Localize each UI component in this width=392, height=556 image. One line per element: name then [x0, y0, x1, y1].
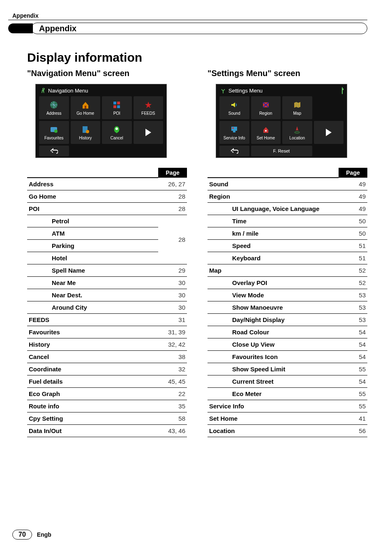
nav-heading-screen: screen — [101, 69, 129, 78]
table-cell-label: UI Language, Voice Language — [208, 203, 339, 215]
set-row3: F. Reset — [219, 146, 344, 156]
nav-row3 — [39, 146, 163, 156]
table-row: Set Home41 — [208, 412, 367, 425]
table-cell-label: Parking — [27, 240, 158, 252]
nav-label-history: History — [79, 136, 92, 140]
table-row: POI28 — [27, 203, 187, 215]
table-row: Petrol28 — [27, 215, 187, 227]
set-cell-sethome: Set Home — [251, 121, 281, 144]
table-row: Keyboard51 — [208, 252, 367, 264]
set-label-sound: Sound — [228, 111, 240, 116]
table-header-row: Page — [27, 168, 187, 178]
table-row: Close Up View54 — [208, 338, 367, 351]
table-cell-label: Favourites Icon — [208, 351, 339, 363]
page-number: 70 — [12, 530, 32, 540]
chapter-title: Appendix — [39, 24, 76, 33]
settings-title-bar: Settings Menu — [219, 87, 344, 96]
back-arrow-icon — [50, 148, 58, 154]
nav-index-table: Page Address26, 27Go Home28POI28Petrol28… — [27, 168, 187, 437]
nav-cell-feeds: FEEDS — [134, 96, 164, 119]
table-row: Favourites31, 39 — [27, 326, 187, 338]
table-row: Eco Graph22 — [27, 388, 187, 400]
set-cell-serviceinfo: Service Info — [219, 121, 249, 144]
table-row: Time50 — [208, 215, 367, 227]
nav-label-address: Address — [46, 111, 62, 116]
table-cell-label: FEEDS — [27, 314, 158, 326]
svg-rect-3 — [117, 102, 120, 104]
table-cell-label: Route info — [27, 400, 158, 412]
section-title: Display information — [27, 51, 367, 65]
settings-title-left: Settings Menu — [220, 88, 263, 94]
table-row: Service Info55 — [208, 400, 367, 412]
table-cell-page: 54 — [339, 375, 367, 388]
favourites-icon — [49, 125, 58, 134]
table-cell-page: 56 — [339, 425, 367, 437]
settings-index-table: Page Sound49Region49UI Language, Voice L… — [208, 168, 367, 437]
table-cell-page: 50 — [339, 215, 367, 227]
table-cell-page: 31, 39 — [158, 326, 187, 338]
table-row: Go Home28 — [27, 190, 187, 203]
set-label-location: Location — [289, 136, 305, 140]
table-cell-label: Show Speed Limit — [208, 363, 339, 375]
set-back-button — [219, 146, 249, 156]
table-cell-page: 52 — [339, 277, 367, 289]
table-cell-page: 53 — [339, 314, 367, 326]
svg-rect-13 — [232, 127, 234, 129]
table-row: Map52 — [208, 264, 367, 277]
set-cell-map: Map — [282, 96, 312, 119]
page-footer: 70 Engb — [12, 530, 51, 540]
table-row: Near Dest.30 — [27, 289, 187, 301]
set-row3-spacer — [314, 146, 344, 156]
table-row: UI Language, Voice Language49 — [208, 203, 367, 215]
table-header-page: Page — [158, 168, 187, 178]
table-row: Fuel details45, 45 — [27, 375, 187, 388]
location-icon — [293, 125, 302, 134]
globe-icon — [49, 100, 58, 109]
svg-point-9 — [86, 130, 89, 133]
set-label-region: Region — [259, 111, 272, 116]
table-header-page: Page — [339, 168, 367, 178]
set-row2: Service Info Set Home Location — [219, 121, 344, 144]
nav-label-gohome: Go Home — [76, 111, 94, 116]
page-lang: Engb — [37, 531, 51, 538]
svg-rect-12 — [233, 131, 235, 132]
table-cell-page: 55 — [339, 388, 367, 400]
svg-point-7 — [54, 130, 58, 133]
set-cell-region: Region — [251, 96, 281, 119]
table-row: Near Me30 — [27, 277, 187, 289]
table-row: Sound49 — [208, 178, 367, 190]
table-cell-page: 31 — [158, 314, 187, 326]
table-cell-page: 26, 27 — [158, 178, 187, 190]
set-cell-next — [314, 121, 344, 144]
table-cell-page: 41 — [339, 412, 367, 425]
table-cell-page: 53 — [339, 289, 367, 301]
table-cell-page: 28 — [158, 190, 187, 203]
table-cell-page: 32, 42 — [158, 338, 187, 351]
nav-label-feeds: FEEDS — [141, 111, 155, 116]
svg-point-14 — [265, 130, 267, 132]
svg-rect-1 — [85, 106, 86, 109]
nav-cell-cancel: Cancel — [102, 121, 132, 144]
svg-rect-5 — [117, 105, 120, 108]
table-cell-label: POI — [27, 203, 158, 215]
set-label-map: Map — [293, 111, 301, 116]
table-cell-page: 58 — [158, 412, 187, 425]
table-cell-label: Hotel — [27, 252, 158, 264]
table-cell-page: 28 — [158, 203, 187, 215]
set-home-icon — [261, 125, 270, 134]
poi-icon — [112, 100, 121, 109]
table-cell-label: Address — [27, 178, 158, 190]
table-cell-page: 54 — [339, 351, 367, 363]
table-cell-label: Eco Meter — [208, 388, 339, 400]
svg-point-15 — [295, 132, 300, 133]
table-row: Location56 — [208, 425, 367, 437]
table-cell-page: 49 — [339, 190, 367, 203]
chapter-title-wrap: Appendix — [31, 23, 367, 34]
table-cell-label: Service Info — [208, 400, 339, 412]
set-cell-location: Location — [282, 121, 312, 144]
table-cell-label: Near Dest. — [27, 289, 158, 301]
table-cell-label: Go Home — [27, 190, 158, 203]
tools-icon — [220, 88, 226, 94]
battery-icon — [342, 88, 343, 94]
table-row: Road Colour54 — [208, 326, 367, 338]
